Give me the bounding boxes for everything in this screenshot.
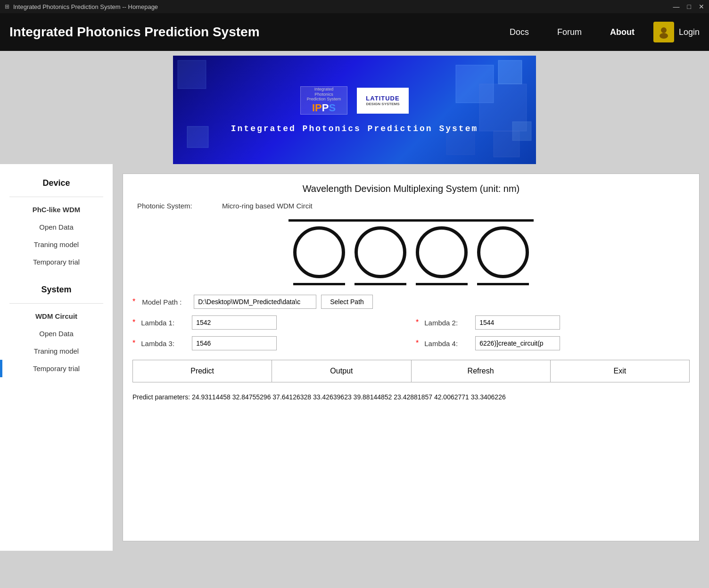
ipps-letters: IPPS: [312, 102, 336, 114]
model-path-row: * Model Path : Select Path: [132, 295, 690, 309]
photonic-system-label: Photonic System:: [137, 202, 213, 210]
banner-title: Integrated Photonics Prediction System: [231, 124, 478, 133]
required-star-l1: *: [132, 318, 135, 327]
content-area: Wavelength Devision Multiplexing System …: [113, 164, 709, 551]
lambda4-label: Lambda 4:: [424, 340, 471, 348]
latitude-logo: LATITUDE DESIGN SYSTEMS: [357, 88, 409, 114]
svg-rect-8: [187, 126, 208, 148]
lambda2-label: Lambda 2:: [424, 319, 471, 327]
model-path-input[interactable]: [194, 295, 316, 309]
model-path-label: Model Path :: [142, 298, 189, 306]
banner-wrapper: Integrated PhotonicsPrediction System IP…: [0, 51, 709, 164]
ring-2: [354, 226, 406, 278]
sidebar-item-open-data-1[interactable]: Open Data: [0, 218, 113, 236]
ring-bottom-lines: [293, 283, 529, 285]
svg-rect-4: [178, 60, 206, 89]
action-buttons: Predict Output Refresh Exit: [132, 360, 690, 382]
required-star-l4: *: [416, 339, 419, 348]
svg-rect-7: [494, 131, 519, 157]
sidebar-item-phc-wdm[interactable]: PhC-like WDM: [0, 201, 113, 218]
banner: Integrated PhotonicsPrediction System IP…: [173, 56, 536, 164]
lambda3-label: Lambda 3:: [141, 340, 188, 348]
latitude-text: LATITUDE: [366, 95, 399, 102]
sidebar-item-training-model-2[interactable]: Traning model: [0, 342, 113, 360]
ring-bottom-line-2: [354, 283, 406, 285]
output-button[interactable]: Output: [272, 360, 411, 382]
refresh-button[interactable]: Refresh: [412, 360, 551, 382]
login-label[interactable]: Login: [679, 27, 700, 37]
ring-bottom-line-4: [477, 283, 529, 285]
svg-point-1: [660, 33, 668, 39]
sidebar-item-temp-trial-1[interactable]: Temporary trial: [0, 253, 113, 271]
ring-bottom-line-1: [293, 283, 345, 285]
sidebar-divider-1: [9, 197, 103, 197]
lambda2-item: * Lambda 2:: [416, 315, 690, 330]
sidebar-item-temp-trial-2[interactable]: Temporary trial: [0, 360, 113, 377]
top-nav: Integrated Photonics Prediction System D…: [0, 13, 709, 51]
photonic-system-value: Micro-ring based WDM Circit: [222, 202, 313, 210]
lambda-grid: * Lambda 1: * Lambda 2: * Lambda 3: * La…: [132, 315, 690, 350]
title-bar-text: Integrated Photonics Prediction System -…: [13, 3, 669, 10]
svg-point-0: [661, 27, 667, 33]
lambda2-input[interactable]: [475, 315, 560, 330]
ring-1: [293, 226, 345, 278]
sidebar-item-open-data-2[interactable]: Open Data: [0, 325, 113, 342]
ipps-logo: Integrated PhotonicsPrediction System IP…: [300, 86, 347, 115]
login-area[interactable]: Login: [653, 22, 700, 42]
nav-docs[interactable]: Docs: [510, 27, 529, 37]
title-bar: ⊞ Integrated Photonics Prediction System…: [0, 0, 709, 13]
app-icon: ⊞: [5, 3, 9, 10]
app-title: Integrated Photonics Prediction System: [9, 25, 510, 40]
predict-button[interactable]: Predict: [133, 360, 272, 382]
lambda4-item: * Lambda 4:: [416, 336, 690, 350]
banner-logos: Integrated PhotonicsPrediction System IP…: [300, 86, 409, 115]
predict-output: Predict parameters: 24.93114458 32.84755…: [132, 392, 690, 402]
ring-diagram: [132, 219, 690, 285]
user-avatar-icon: [653, 22, 674, 42]
photonic-system-row: Photonic System: Micro-ring based WDM Ci…: [132, 202, 690, 210]
sidebar-divider-2: [9, 303, 103, 304]
ring-top-line: [289, 219, 534, 222]
sidebar-item-wdm-circuit[interactable]: WDM Circuit: [0, 307, 113, 325]
required-star-path: *: [132, 298, 135, 306]
lambda3-input[interactable]: [192, 336, 277, 350]
ring-3: [416, 226, 468, 278]
nav-about[interactable]: About: [610, 27, 635, 37]
panel-title: Wavelength Devision Multiplexing System …: [132, 183, 690, 194]
banner-content: Integrated PhotonicsPrediction System IP…: [231, 86, 478, 133]
main-panel: Wavelength Devision Multiplexing System …: [123, 174, 700, 541]
ring-4: [477, 226, 529, 278]
sidebar-section-system: System: [0, 280, 113, 299]
lambda4-input[interactable]: [475, 336, 560, 350]
lambda1-item: * Lambda 1:: [132, 315, 406, 330]
lambda3-item: * Lambda 3:: [132, 336, 406, 350]
svg-rect-5: [498, 60, 522, 84]
lambda1-input[interactable]: [192, 315, 277, 330]
sidebar-section-device: Device: [0, 174, 113, 193]
nav-links: Docs Forum About: [510, 27, 635, 37]
nav-forum[interactable]: Forum: [557, 27, 582, 37]
close-button[interactable]: ✕: [699, 3, 704, 10]
sidebar-item-training-model-1[interactable]: Traning model: [0, 236, 113, 253]
main-layout: Device PhC-like WDM Open Data Traning mo…: [0, 164, 709, 551]
select-path-button[interactable]: Select Path: [321, 295, 373, 309]
rings-row: [293, 226, 529, 278]
required-star-l2: *: [416, 318, 419, 327]
ring-bottom-line-3: [416, 283, 468, 285]
exit-button[interactable]: Exit: [551, 360, 689, 382]
maximize-button[interactable]: □: [687, 3, 691, 10]
lambda1-label: Lambda 1:: [141, 319, 188, 327]
required-star-l3: *: [132, 339, 135, 348]
window-controls: — □ ✕: [673, 3, 704, 10]
minimize-button[interactable]: —: [673, 3, 680, 10]
sidebar: Device PhC-like WDM Open Data Traning mo…: [0, 164, 113, 551]
